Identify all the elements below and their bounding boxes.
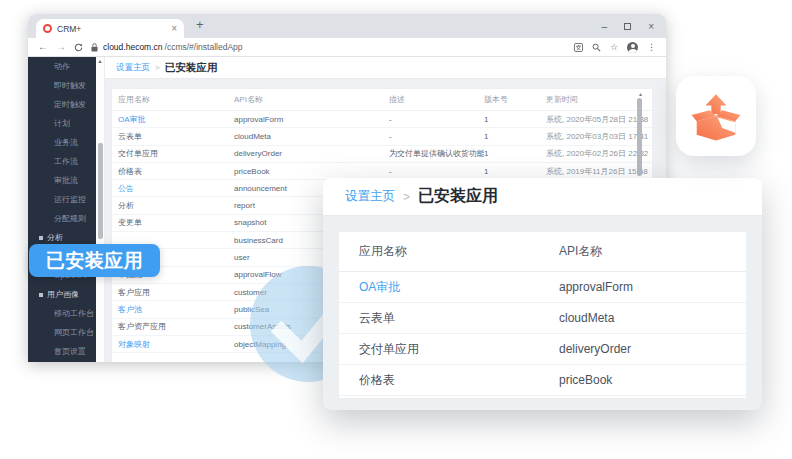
api-name-cell: priceBook	[234, 167, 389, 176]
description-cell: -	[389, 132, 484, 141]
sidebar-scrollbar[interactable]: ▲	[96, 57, 105, 362]
col-header-api: API名称	[559, 243, 746, 260]
version-cell: 1	[484, 115, 546, 124]
sidebar-item[interactable]: 动作	[28, 57, 96, 76]
app-name-link[interactable]: OA审批	[118, 114, 234, 125]
sidebar-scroll-thumb[interactable]	[98, 143, 103, 239]
sidebar-item-label: 首页设置	[54, 346, 86, 357]
table-header-row: 应用名称 API名称	[339, 232, 746, 272]
app-name-link[interactable]: 对象映射	[118, 339, 234, 350]
app-name-link[interactable]: OA审批	[359, 279, 559, 296]
app-name-link[interactable]: 公告	[118, 183, 234, 194]
installed-apps-badge: 已安装应用	[29, 244, 160, 277]
zoom-panel-breadcrumb: 设置主页 > 已安装应用	[323, 178, 762, 216]
sidebar-item-label: 即时触发	[54, 80, 86, 91]
sidebar-item[interactable]: 业务流	[28, 133, 96, 152]
app-name-link[interactable]: 分析	[118, 200, 234, 211]
profile-avatar[interactable]	[627, 42, 638, 53]
app-name-link[interactable]: 交付单应用	[359, 341, 559, 358]
col-header-desc: 描述	[389, 94, 484, 105]
app-name-link[interactable]: 变更单	[118, 217, 234, 228]
version-cell: 1	[484, 167, 546, 176]
url-field[interactable]: cloud.hecom.cn/ccms/#/installedApp	[91, 42, 243, 52]
api-name-cell: deliveryOrder	[234, 149, 389, 158]
col-header-api: API名称	[234, 94, 389, 105]
tab-title: CRM+	[57, 24, 166, 34]
kebab-menu-icon[interactable]: ⋮	[647, 43, 656, 52]
breadcrumb-separator: >	[403, 190, 410, 204]
table-row[interactable]: 云表单 cloudMeta	[339, 303, 746, 334]
table-row[interactable]: 交付单应用 deliveryOrder 为交付单提供确认收货功能 1 系统, 2…	[112, 146, 652, 163]
table-row[interactable]: 云表单 cloudMeta - 1 系统, 2020年03月03日 17:41	[112, 128, 652, 145]
table-row[interactable]: 交付单应用 deliveryOrder	[339, 334, 746, 365]
table-row[interactable]: OA审批 approvalForm	[339, 272, 746, 303]
breadcrumb-parent-link[interactable]: 设置主页	[345, 188, 395, 205]
app-name-link[interactable]: 客户资产应用	[118, 321, 234, 332]
bookmark-star-icon[interactable]: ☆	[610, 43, 618, 52]
forward-icon[interactable]: →	[56, 42, 66, 52]
new-tab-button[interactable]: +	[196, 17, 204, 32]
sidebar-item[interactable]: 分配规则	[28, 209, 96, 228]
url-domain: cloud.hecom.cn	[103, 42, 163, 52]
app-name-link[interactable]: 客户应用	[118, 287, 234, 298]
section-bullet-icon	[39, 236, 43, 240]
app-name-link[interactable]: 客户池	[118, 304, 234, 315]
description-cell: 为交付单提供确认收货功能	[389, 148, 484, 159]
sidebar-item[interactable]: 移动工作台	[28, 304, 96, 323]
description-cell: -	[389, 115, 484, 124]
breadcrumb-parent-link[interactable]: 设置主页	[116, 62, 150, 74]
breadcrumb-separator: >	[155, 63, 160, 72]
url-path: /ccms/#/installedApp	[165, 42, 243, 52]
window-close-button[interactable]: ×	[648, 21, 654, 32]
back-icon[interactable]: ←	[38, 42, 48, 52]
table-row[interactable]: OA审批 approvalForm - 1 系统, 2020年05月28日 21…	[112, 111, 652, 128]
sidebar-item[interactable]: 工作流	[28, 152, 96, 171]
sidebar-item[interactable]: 计划	[28, 114, 96, 133]
app-name-link[interactable]: 价格表	[118, 166, 234, 177]
sidebar-item[interactable]: 用户画像	[28, 285, 96, 304]
api-name-cell: approvalForm	[559, 280, 746, 294]
lock-icon	[91, 43, 98, 52]
window-maximize-button[interactable]	[624, 23, 631, 30]
app-name-link[interactable]: 云表单	[359, 310, 559, 327]
app-name-link[interactable]: 云表单	[118, 131, 234, 142]
table-row[interactable]: 价格表 priceBook	[339, 365, 746, 396]
description-cell: -	[389, 167, 484, 176]
sidebar-item-label: 分析	[47, 232, 63, 243]
col-header-app: 应用名称	[359, 243, 559, 260]
app-name-link[interactable]: 价格表	[359, 372, 559, 389]
sidebar-item[interactable]: 审批流	[28, 171, 96, 190]
tab-close-icon[interactable]: ×	[171, 24, 177, 34]
table-scroll-thumb[interactable]	[637, 98, 642, 176]
browser-tab[interactable]: CRM+ ×	[36, 19, 184, 38]
sidebar-item-label: 用户画像	[47, 289, 79, 300]
table-header-row: 应用名称 API名称 描述 版本号 更新时间	[112, 89, 652, 111]
sidebar-item-label: 审批流	[54, 175, 78, 186]
sidebar-item[interactable]: 即时触发	[28, 76, 96, 95]
sidebar-item[interactable]: 定时触发	[28, 95, 96, 114]
col-header-app: 应用名称	[118, 94, 234, 105]
api-name-cell: approvalForm	[234, 115, 389, 124]
reload-icon[interactable]	[74, 43, 83, 52]
sidebar-item-label: 动作	[54, 61, 70, 72]
section-bullet-icon	[39, 293, 43, 297]
crm-logo-icon	[43, 24, 52, 33]
install-app-icon-card	[676, 76, 756, 156]
sidebar-item-label: 定时触发	[54, 99, 86, 110]
search-zoom-icon[interactable]	[592, 43, 601, 52]
sidebar-item[interactable]: 运行监控	[28, 190, 96, 209]
app-name-link[interactable]: 交付单应用	[118, 148, 234, 159]
browser-address-bar: ← → cloud.hecom.cn/ccms/#/installedApp	[28, 38, 666, 57]
sidebar-item-label: 网页工作台	[54, 327, 94, 338]
sidebar-item[interactable]: 网页工作台	[28, 323, 96, 342]
sidebar-item-label: 移动工作台	[54, 308, 94, 319]
window-minimize-button[interactable]: –	[602, 21, 608, 32]
sidebar-item-label: 分配规则	[54, 213, 86, 224]
translate-icon[interactable]	[574, 43, 583, 52]
version-cell: 1	[484, 132, 546, 141]
sidebar-item[interactable]: 首页设置	[28, 342, 96, 361]
scroll-up-icon[interactable]: ▲	[96, 58, 104, 64]
table-scroll-up-icon[interactable]: ▲	[638, 91, 643, 97]
api-name-cell: priceBook	[559, 373, 746, 387]
sidebar-item-label: 运行监控	[54, 194, 86, 205]
